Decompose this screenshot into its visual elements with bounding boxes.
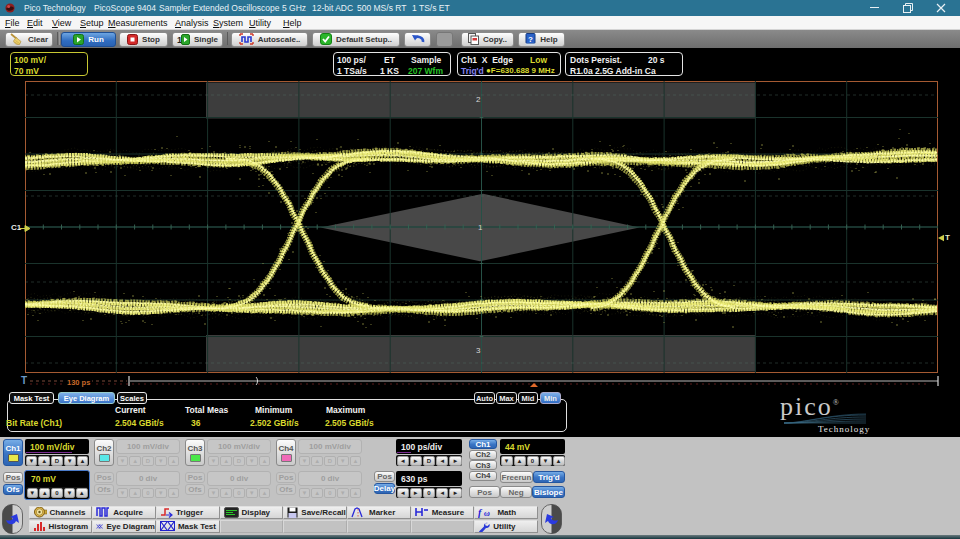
svg-text:?: ? <box>528 35 533 44</box>
svg-text:ω: ω <box>484 509 490 518</box>
svg-text:f: f <box>478 507 483 518</box>
